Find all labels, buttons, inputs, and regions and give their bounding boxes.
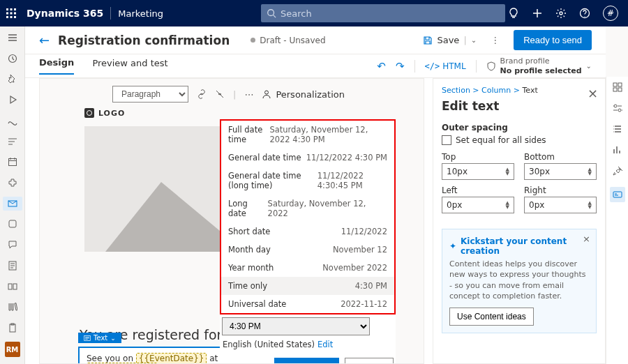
popup-cancel-button[interactable]: Cancel (345, 358, 394, 364)
svg-rect-16 (9, 220, 16, 227)
tab-design[interactable]: Design (39, 57, 74, 75)
format-value-select[interactable]: 4:30 PM (222, 317, 370, 335)
format-option[interactable]: General date time (long time)11/12/2022 … (221, 167, 394, 195)
user-avatar[interactable]: # (603, 6, 618, 21)
format-option[interactable]: Full date timeSaturday, November 12, 202… (221, 121, 394, 149)
unlink-icon[interactable] (215, 89, 225, 99)
popup-save-button[interactable]: Save⌄ (274, 358, 339, 364)
svg-point-27 (618, 109, 621, 112)
right-spinner[interactable]: 0px▲▼ (524, 197, 597, 213)
logo-placeholder: LOGO (84, 108, 414, 118)
chevron-down-icon[interactable]: ⌄ (471, 36, 477, 44)
svg-point-26 (614, 105, 617, 107)
block-type-tab[interactable]: Text⌄ (78, 333, 121, 343)
redo-icon[interactable]: ↷ (396, 60, 405, 73)
properties-icon[interactable] (610, 187, 625, 202)
svg-rect-22 (613, 83, 617, 86)
format-option[interactable]: Year monthNovember 2022 (221, 259, 394, 277)
crumb-column[interactable]: Column (481, 86, 511, 95)
global-search[interactable]: Search (261, 4, 505, 22)
equal-sides-label: Set equal for all sides (456, 135, 546, 145)
save-button[interactable]: Save | ⌄ (423, 35, 477, 45)
format-option[interactable]: Time only4:30 PM (221, 277, 394, 295)
divider (110, 7, 111, 20)
svg-rect-20 (10, 324, 15, 332)
back-icon[interactable]: ← (39, 33, 50, 47)
use-content-ideas-button[interactable]: Use Content ideas (449, 308, 534, 326)
format-option[interactable]: Month dayNovember 12 (221, 241, 394, 259)
shield-icon (486, 61, 496, 71)
svg-rect-24 (613, 88, 617, 91)
svg-rect-19 (13, 284, 17, 289)
format-option[interactable]: Short date11/12/2022 (221, 222, 394, 241)
format-option[interactable]: Long dateSaturday, November 12, 2022 (221, 195, 394, 222)
page: ← Registration confirmation Draft - Unsa… (25, 26, 606, 364)
asset-icon[interactable] (3, 280, 22, 294)
rocket-icon[interactable] (613, 166, 622, 176)
personalization-button[interactable]: Personalization (262, 89, 345, 100)
form-icon[interactable] (3, 259, 22, 273)
link-icon[interactable] (197, 89, 207, 99)
close-icon[interactable]: × (583, 234, 590, 244)
ready-to-send-button[interactable]: Ready to send (514, 30, 592, 50)
lightbulb-icon[interactable] (508, 8, 519, 19)
elements-icon[interactable] (613, 82, 622, 92)
brand-profile-picker[interactable]: Brand profile No profile selected ⌄ (486, 56, 592, 75)
segment-icon[interactable] (3, 135, 22, 149)
close-icon[interactable]: × (588, 86, 598, 100)
format-option[interactable]: General date time11/12/2022 4:30 PM (221, 149, 394, 167)
svg-rect-18 (8, 284, 12, 289)
chevron-down-icon: ⌄ (586, 62, 592, 70)
properties-panel: Section > Column > Text × Edit text Oute… (433, 78, 606, 364)
format-option[interactable]: Universal date2022-11-12 (221, 295, 394, 313)
email-icon[interactable] (3, 197, 22, 211)
svg-rect-4 (10, 13, 13, 15)
top-spinner[interactable]: 10px▲▼ (442, 163, 514, 180)
help-icon[interactable] (579, 8, 590, 19)
svg-rect-3 (6, 13, 8, 15)
design-canvas[interactable]: Paragraph | ⋯ Personalization LOGO You a… (39, 78, 424, 364)
tab-preview[interactable]: Preview and test (92, 58, 167, 74)
extension-icon[interactable] (3, 176, 22, 190)
chat-icon[interactable] (3, 238, 22, 252)
crumb-section[interactable]: Section (442, 86, 470, 95)
app-launcher-icon[interactable] (6, 8, 17, 19)
equal-sides-checkbox[interactable] (442, 135, 451, 145)
user-initials-badge[interactable]: RM (5, 342, 20, 357)
gear-icon[interactable] (555, 8, 567, 19)
svg-point-29 (265, 91, 269, 94)
menu-icon[interactable] (3, 31, 22, 45)
right-rail (606, 77, 628, 364)
insights-icon[interactable] (613, 145, 622, 155)
settings-toggle-icon[interactable] (613, 103, 622, 113)
bottom-spinner[interactable]: 30px▲▼ (524, 163, 597, 180)
undo-icon[interactable]: ↶ (377, 60, 386, 73)
recent-icon[interactable] (3, 52, 22, 66)
left-spinner[interactable]: 0px▲▼ (442, 197, 514, 213)
journey-icon[interactable] (3, 114, 22, 128)
calendar-icon[interactable] (3, 155, 22, 169)
plus-icon[interactable] (532, 8, 543, 19)
callout-title: ✦ Kickstart your content creation (449, 236, 589, 256)
play-icon[interactable] (3, 93, 22, 107)
more-icon[interactable]: ⋮ (491, 35, 500, 45)
library-icon[interactable] (3, 301, 22, 314)
svg-rect-1 (10, 8, 13, 10)
paragraph-style-select[interactable]: Paragraph (112, 86, 188, 103)
svg-rect-7 (10, 16, 13, 18)
edit-locale-link[interactable]: Edit (317, 340, 333, 349)
top-label: Top (442, 152, 514, 162)
html-toggle[interactable]: </>HTML (425, 61, 466, 71)
content-ideas-callout: × ✦ Kickstart your content creation Cont… (442, 229, 597, 333)
svg-rect-25 (618, 88, 622, 91)
text-block-body[interactable]: See you on {{EventDate}} at {{EventTime}… (87, 354, 237, 364)
pin-icon[interactable] (3, 72, 22, 86)
sparkle-icon: ✦ (449, 241, 456, 251)
notification-icon[interactable] (3, 218, 22, 232)
profile-label: Brand profile (500, 56, 582, 66)
more-options-icon[interactable]: ⋯ (244, 89, 253, 100)
svg-rect-23 (618, 83, 622, 86)
list-icon[interactable] (613, 124, 622, 134)
svg-point-11 (560, 12, 562, 15)
clipboard-icon[interactable] (3, 321, 22, 335)
